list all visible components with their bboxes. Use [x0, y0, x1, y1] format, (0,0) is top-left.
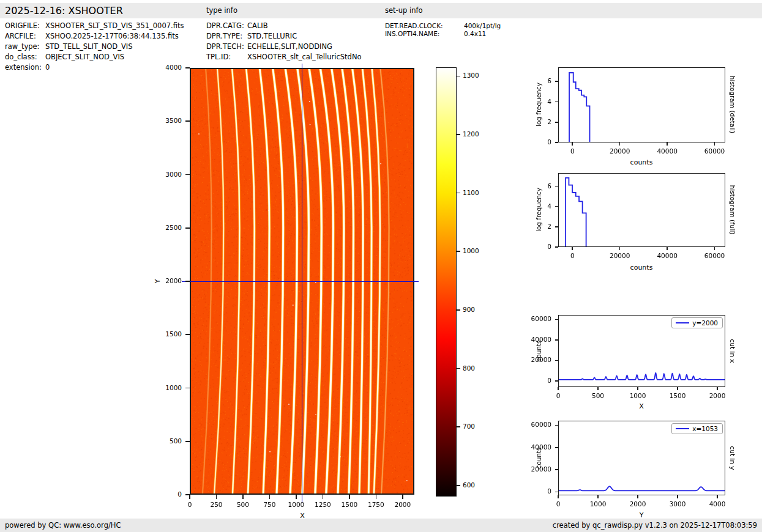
x-tick-mark — [667, 247, 668, 250]
cut-in-x-xlabel: X — [639, 402, 644, 410]
x-tick-label: 60000 — [704, 147, 725, 155]
colorbar-tick-label: 1300 — [463, 72, 479, 79]
x-tick-mark — [667, 142, 668, 146]
colorbar-tick-label: 900 — [463, 306, 475, 313]
x-tick-label: 0 — [556, 392, 561, 399]
colorbar — [436, 67, 457, 497]
y-tick-label: 3500 — [154, 117, 182, 125]
y-tick-label: 2500 — [154, 224, 182, 231]
y-tick-label: 6 — [523, 78, 551, 85]
x-tick-mark — [349, 495, 350, 499]
y-tick-mark — [185, 67, 190, 68]
y-tick-mark — [555, 206, 558, 207]
x-tick-mark — [597, 387, 599, 390]
x-tick-label: 1000 — [590, 500, 607, 508]
x-tick-mark — [558, 495, 559, 498]
colorbar-tick-label: 800 — [463, 364, 475, 372]
cut-in-x-legend: y=2000 — [671, 317, 723, 328]
crosshair-vertical-line — [302, 64, 302, 503]
y-tick-label: 0 — [523, 138, 551, 146]
x-tick-mark — [619, 142, 621, 146]
x-tick-label: 2000 — [394, 501, 411, 508]
histogram-full-right-label: histogram (full) — [729, 185, 736, 235]
y-tick-label: 6 — [523, 182, 551, 190]
y-tick-label: 2 — [523, 223, 551, 230]
cut-in-y-xlabel: Y — [640, 511, 644, 519]
cut-in-x-legend-label: y=2000 — [692, 319, 718, 327]
page-title: 2025-12-16: XSHOOTER — [5, 3, 123, 18]
field-value: CALIB — [247, 21, 268, 30]
field-value: STD_TELL_SLIT_NOD_VIS — [45, 42, 132, 51]
cut-in-y-legend: x=1053 — [671, 423, 723, 434]
type-info-row: DPR.TECH:ECHELLE,SLIT,NODDING — [206, 42, 332, 51]
colorbar-tick-mark — [457, 309, 460, 311]
file-info-row: extension:0 — [5, 63, 50, 72]
y-tick-mark — [185, 227, 190, 229]
type-info-heading: type info — [206, 3, 237, 18]
x-tick-label: 2000 — [709, 392, 726, 399]
field-value: 0 — [45, 63, 50, 72]
crosshair-horizontal-line — [182, 281, 419, 282]
x-tick-label: 0 — [570, 252, 575, 259]
y-tick-mark — [185, 441, 190, 442]
y-tick-mark — [185, 174, 190, 175]
x-tick-mark — [189, 495, 190, 499]
x-tick-label: 1750 — [368, 501, 384, 508]
y-tick-label: 20000 — [523, 357, 551, 364]
colorbar-tick-label: 1200 — [463, 130, 479, 138]
field-value: XSHOO.2025-12-17T06:38:44.135.fits — [45, 32, 179, 40]
setup-info-row: INS.OPTI4.NAME:0.4x11 — [385, 30, 486, 37]
file-info-row: do_class:OBJECT_SLIT_NOD_VIS — [5, 53, 124, 61]
y-tick-mark — [185, 388, 190, 389]
y-tick-label: 0 — [523, 488, 551, 495]
y-tick-label: 1000 — [154, 384, 182, 391]
y-tick-mark — [555, 246, 558, 248]
x-tick-mark — [558, 387, 559, 390]
colorbar-tick-mark — [457, 193, 460, 194]
x-tick-label: 1500 — [342, 501, 358, 508]
field-label: raw_type: — [5, 42, 45, 51]
x-tick-mark — [269, 495, 271, 499]
setup-info-heading: set-up info — [385, 3, 423, 18]
y-tick-label: 0 — [154, 490, 182, 498]
y-tick-label: 40000 — [523, 336, 551, 343]
x-tick-label: 20000 — [610, 147, 630, 155]
x-tick-label: 1000 — [630, 392, 646, 399]
histogram-full-xlabel: counts — [630, 264, 653, 272]
cut-in-y-right-label: cut in y — [729, 446, 736, 470]
x-tick-label: 0 — [570, 147, 575, 155]
y-tick-mark — [555, 319, 558, 320]
file-info-row: raw_type:STD_TELL_SLIT_NOD_VIS — [5, 42, 132, 51]
x-tick-label: 60000 — [704, 252, 725, 259]
y-tick-label: 1500 — [154, 331, 182, 338]
x-tick-label: 1250 — [315, 501, 331, 508]
y-tick-label: 4 — [523, 202, 551, 210]
y-tick-mark — [555, 447, 558, 448]
x-tick-label: 3000 — [670, 500, 686, 508]
cut-in-x-right-label: cut in x — [729, 339, 736, 363]
field-value: ECHELLE,SLIT,NODDING — [247, 42, 332, 51]
y-tick-label: 60000 — [523, 316, 551, 323]
x-tick-mark — [597, 495, 599, 498]
y-tick-label: 60000 — [523, 421, 551, 429]
x-tick-mark — [242, 495, 244, 499]
footer-powered-by: powered by QC: www.eso.org/HC — [5, 519, 121, 532]
field-value: OBJECT_SLIT_NOD_VIS — [45, 53, 124, 61]
colorbar-tick-mark — [457, 485, 460, 486]
field-value: 400k/1pt/lg — [464, 22, 501, 29]
histogram-detail-xlabel: counts — [630, 158, 653, 166]
x-tick-label: 500 — [237, 501, 249, 508]
y-tick-label: 2 — [523, 118, 551, 125]
x-tick-label: 2000 — [630, 500, 646, 508]
x-tick-mark — [323, 495, 324, 499]
field-value: 0.4x11 — [464, 30, 486, 37]
colorbar-tick-mark — [457, 134, 460, 135]
y-tick-label: 4 — [523, 98, 551, 105]
y-tick-mark — [555, 102, 558, 103]
field-label: TPL.ID: — [206, 53, 247, 61]
field-label: ORIGFILE: — [5, 21, 45, 30]
x-tick-label: 750 — [263, 501, 275, 508]
y-tick-label: 500 — [154, 437, 182, 445]
type-info-row: DPR.CATG:CALIB — [206, 21, 268, 30]
field-label: DPR.CATG: — [206, 21, 247, 30]
